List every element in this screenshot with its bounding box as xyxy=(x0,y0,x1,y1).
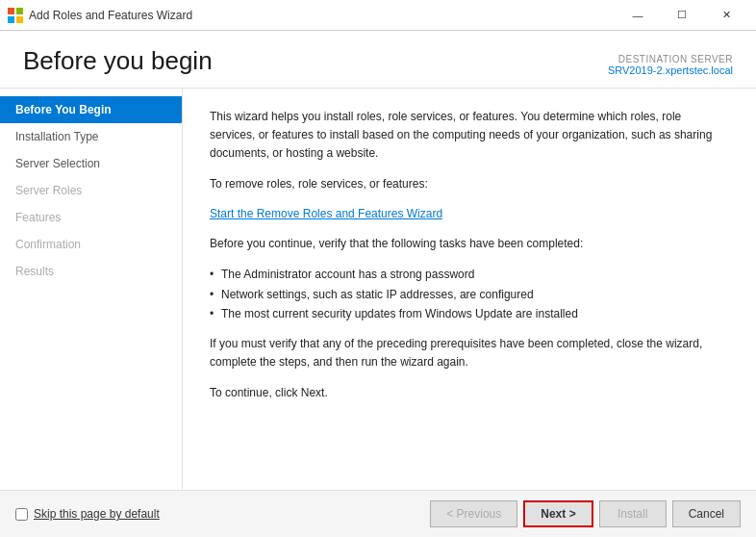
server-name: SRV2019-2.xpertstec.local xyxy=(608,64,733,76)
continue-paragraph: To continue, click Next. xyxy=(210,384,729,402)
title-bar: Add Roles and Features Wizard — ☐ ✕ xyxy=(0,0,756,31)
verify-paragraph: If you must verify that any of the prece… xyxy=(210,335,729,371)
close-button[interactable]: ✕ xyxy=(704,0,748,31)
page-title: Before you begin xyxy=(23,46,213,76)
minimize-button[interactable]: — xyxy=(616,0,660,31)
sidebar-item-confirmation: Confirmation xyxy=(0,231,182,258)
svg-rect-2 xyxy=(8,16,14,23)
intro-paragraph: This wizard helps you install roles, rol… xyxy=(210,108,729,164)
sidebar-item-results: Results xyxy=(0,258,182,285)
skip-checkbox[interactable] xyxy=(15,508,28,521)
content-area: This wizard helps you install roles, rol… xyxy=(183,89,756,490)
install-button[interactable]: Install xyxy=(599,500,667,527)
sidebar-item-before-you-begin[interactable]: Before You Begin xyxy=(0,96,182,123)
svg-rect-3 xyxy=(16,16,23,23)
tasks-paragraph: Before you continue, verify that the fol… xyxy=(210,235,729,253)
list-item: Network settings, such as static IP addr… xyxy=(210,285,729,304)
app-icon xyxy=(8,8,23,23)
wizard-body: Before You Begin Installation Type Serve… xyxy=(0,89,756,490)
list-item: The most current security updates from W… xyxy=(210,304,729,323)
remove-link[interactable]: Start the Remove Roles and Features Wiza… xyxy=(210,207,442,220)
footer-buttons: < Previous Next > Install Cancel xyxy=(430,500,741,527)
sidebar-item-features: Features xyxy=(0,204,182,231)
sidebar: Before You Begin Installation Type Serve… xyxy=(0,89,183,490)
svg-rect-1 xyxy=(16,8,23,14)
remove-label: To remove roles, role services, or featu… xyxy=(210,175,729,193)
prerequisites-list: The Administrator account has a strong p… xyxy=(210,265,729,323)
sidebar-item-server-roles: Server Roles xyxy=(0,177,182,204)
destination-label: DESTINATION SERVER xyxy=(608,54,733,64)
wizard-header: Before you begin DESTINATION SERVER SRV2… xyxy=(0,31,756,89)
cancel-button[interactable]: Cancel xyxy=(672,500,741,527)
skip-checkbox-wrap: Skip this page by default xyxy=(15,507,160,521)
wizard-footer: Skip this page by default < Previous Nex… xyxy=(0,490,756,537)
window-title: Add Roles and Features Wizard xyxy=(29,9,192,22)
next-button[interactable]: Next > xyxy=(523,500,592,527)
skip-label[interactable]: Skip this page by default xyxy=(34,507,160,521)
maximize-button[interactable]: ☐ xyxy=(660,0,704,31)
title-bar-left: Add Roles and Features Wizard xyxy=(8,8,192,23)
destination-server-info: DESTINATION SERVER SRV2019-2.xpertstec.l… xyxy=(608,54,733,76)
sidebar-item-server-selection[interactable]: Server Selection xyxy=(0,150,182,177)
window-controls: — ☐ ✕ xyxy=(616,0,748,31)
svg-rect-0 xyxy=(8,8,14,14)
footer-left: Skip this page by default xyxy=(15,507,160,521)
list-item: The Administrator account has a strong p… xyxy=(210,265,729,284)
sidebar-item-installation-type[interactable]: Installation Type xyxy=(0,123,182,150)
wizard-container: Before you begin DESTINATION SERVER SRV2… xyxy=(0,31,756,537)
previous-button[interactable]: < Previous xyxy=(430,500,517,527)
